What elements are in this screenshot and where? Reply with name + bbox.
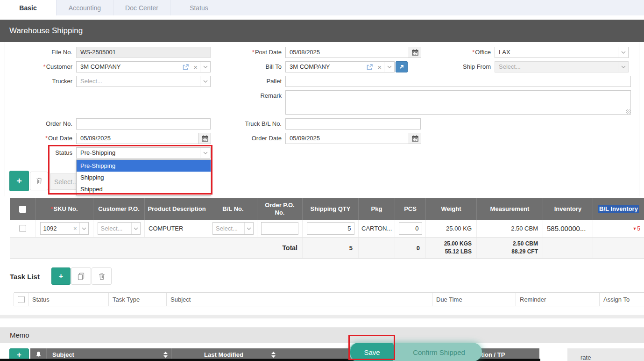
status-option-pre-shipping[interactable]: Pre-Shipping bbox=[77, 160, 211, 172]
pcs-cell: 0 bbox=[395, 220, 426, 237]
bill-to-clear-button[interactable]: × bbox=[375, 63, 384, 71]
sort-icon[interactable] bbox=[163, 352, 168, 358]
out-date-value: 05/09/2025 bbox=[77, 133, 198, 144]
order-po-no-header: Order P.O.No. bbox=[257, 198, 303, 220]
copy-task-button[interactable] bbox=[71, 267, 91, 285]
office-caret[interactable] bbox=[618, 47, 628, 58]
post-date-input[interactable]: 05/08/2025 bbox=[285, 47, 409, 58]
customer-open-link-button[interactable] bbox=[180, 64, 191, 71]
task-due-time-header: Due Time bbox=[432, 293, 516, 306]
order-date-calendar-button[interactable] bbox=[409, 133, 421, 144]
delete-task-button[interactable] bbox=[92, 267, 112, 285]
page-title-bar: Warehouse Shipping bbox=[0, 20, 644, 42]
order-date-input[interactable]: 05/09/2025 bbox=[285, 133, 409, 144]
status-option-shipping[interactable]: Shipping bbox=[77, 172, 211, 183]
add-item-button[interactable]: + bbox=[9, 171, 29, 191]
bill-to-popout-button[interactable] bbox=[396, 61, 408, 72]
customer-label: *Customer bbox=[2, 61, 72, 72]
bill-to-caret[interactable] bbox=[384, 62, 394, 72]
chevron-down-icon bbox=[621, 51, 626, 54]
ship-from-caret[interactable] bbox=[618, 62, 628, 72]
file-no-value: WS-2505001 bbox=[77, 47, 210, 58]
ship-from-select[interactable]: Select... bbox=[495, 61, 629, 72]
bl-no-combo[interactable]: Select... bbox=[212, 222, 254, 235]
save-button[interactable]: Save bbox=[350, 343, 394, 361]
office-select[interactable]: LAX bbox=[495, 47, 629, 58]
file-no-field: WS-2505001 bbox=[76, 47, 211, 58]
items-total-row: Total 5 0 25.00 KGS55.12 LBS 2.50 CBM88.… bbox=[10, 238, 644, 259]
bl-inventory-cell[interactable]: ▼5 bbox=[593, 220, 644, 237]
select-all-checkbox[interactable] bbox=[19, 206, 26, 213]
footer-action-bar: Save Confirm Shipped bbox=[349, 343, 482, 361]
bill-to-combo[interactable]: 3M COMPANY × bbox=[285, 61, 395, 72]
tab-doc-center[interactable]: Doc Center bbox=[113, 0, 170, 15]
calendar-icon bbox=[412, 135, 418, 142]
customer-po-header: Customer P.O. bbox=[93, 198, 145, 220]
customer-po-placeholder: Select... bbox=[98, 225, 131, 232]
bill-to-open-link-button[interactable] bbox=[364, 64, 375, 71]
remark-textarea[interactable] bbox=[285, 90, 631, 115]
task-list-title: Task List bbox=[10, 273, 40, 281]
pallet-input[interactable] bbox=[285, 76, 631, 87]
total-weight: 25.00 KGS55.12 LBS bbox=[426, 238, 477, 258]
out-date-input[interactable]: 05/09/2025 bbox=[76, 133, 199, 144]
file-no-label: File No. bbox=[2, 47, 72, 58]
order-no-input[interactable] bbox=[76, 118, 211, 130]
pcs-header: PCS bbox=[395, 198, 426, 220]
weight-cell: 25.00 KG bbox=[426, 220, 477, 237]
tab-accounting-label: Accounting bbox=[69, 4, 101, 12]
pkg-header: Pkg bbox=[359, 198, 395, 220]
total-label: Total bbox=[257, 238, 303, 258]
customer-combo[interactable]: 3M COMPANY × bbox=[76, 61, 211, 72]
status-caret[interactable] bbox=[200, 148, 210, 158]
tab-status-label: Status bbox=[190, 4, 208, 12]
status-option-shipped[interactable]: Shipped bbox=[77, 183, 211, 195]
customer-clear-button[interactable]: × bbox=[191, 63, 200, 71]
sku-caret[interactable] bbox=[79, 223, 88, 234]
customer-po-combo[interactable]: Select... bbox=[98, 222, 141, 235]
product-description-header: Product Description bbox=[145, 198, 209, 220]
tab-accounting[interactable]: Accounting bbox=[56, 0, 113, 15]
rate-column-header: rate bbox=[567, 348, 644, 361]
items-table-header: *SKU No. Customer P.O. Product Descripti… bbox=[10, 198, 644, 220]
bell-icon bbox=[35, 351, 42, 358]
page-title: Warehouse Shipping bbox=[9, 26, 83, 36]
bl-no-caret[interactable] bbox=[244, 223, 253, 234]
pcs-input[interactable]: 0 bbox=[399, 222, 422, 235]
plus-icon: + bbox=[16, 176, 22, 186]
tab-status[interactable]: Status bbox=[170, 0, 227, 15]
order-no-label: Order No. bbox=[2, 118, 72, 130]
truck-bl-no-input[interactable] bbox=[285, 118, 421, 130]
horizontal-scrollbar[interactable] bbox=[0, 315, 644, 318]
arrow-up-right-icon bbox=[399, 64, 404, 70]
resize-handle[interactable] bbox=[626, 109, 630, 114]
shipping-qty-input[interactable]: 5 bbox=[307, 222, 354, 235]
delete-item-button[interactable] bbox=[30, 172, 48, 190]
tab-doc-center-label: Doc Center bbox=[125, 4, 158, 12]
order-po-no-input[interactable] bbox=[261, 222, 298, 235]
sort-icon[interactable] bbox=[271, 352, 276, 358]
task-select-all-checkbox[interactable] bbox=[18, 296, 25, 303]
external-link-icon bbox=[182, 64, 189, 71]
ship-from-label: Ship From bbox=[421, 61, 491, 72]
sku-combo[interactable]: 1092 × bbox=[40, 222, 89, 235]
customer-caret[interactable] bbox=[200, 62, 210, 72]
tab-basic[interactable]: Basic bbox=[0, 0, 56, 15]
weight-header: Weight bbox=[426, 198, 477, 220]
office-value: LAX bbox=[495, 47, 618, 58]
task-table-header: Status Task Type Subject Due Time Remind… bbox=[14, 292, 644, 306]
measurement-cell: 2.50 CBM bbox=[477, 220, 543, 237]
trucker-caret[interactable] bbox=[200, 76, 210, 87]
confirm-shipped-button[interactable]: Confirm Shipped bbox=[399, 343, 479, 361]
trucker-select[interactable]: Select... bbox=[76, 76, 211, 87]
select-all-header bbox=[10, 198, 35, 220]
add-task-button[interactable]: + bbox=[51, 267, 71, 285]
customer-po-caret[interactable] bbox=[131, 223, 140, 234]
sku-clear-button[interactable]: × bbox=[71, 225, 79, 232]
row-checkbox[interactable] bbox=[19, 225, 26, 232]
status-select[interactable]: Pre-Shipping bbox=[76, 147, 211, 159]
post-date-calendar-button[interactable] bbox=[409, 47, 421, 58]
pkg-cell: CARTON... bbox=[359, 220, 395, 237]
calendar-icon bbox=[412, 49, 418, 56]
out-date-calendar-button[interactable] bbox=[199, 133, 211, 144]
